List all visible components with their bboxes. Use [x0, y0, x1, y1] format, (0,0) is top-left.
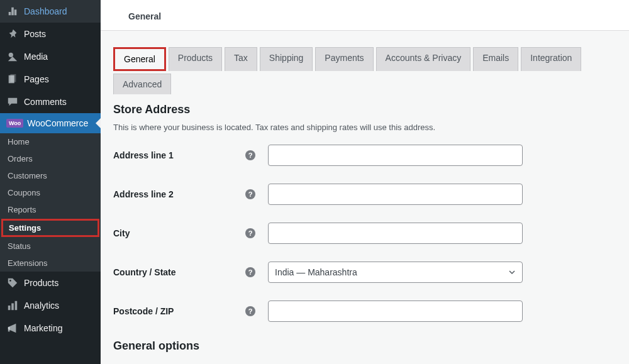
submenu-home[interactable]: Home	[0, 133, 101, 150]
top-tab-general[interactable]: General	[128, 11, 161, 21]
marketing-icon	[6, 322, 19, 334]
address-line-1-input[interactable]	[268, 145, 523, 166]
sidebar-item-marketing[interactable]: Marketing	[0, 317, 101, 339]
help-icon[interactable]: ?	[245, 306, 255, 316]
page-icon	[6, 73, 19, 85]
label-address-2: Address line 2	[113, 189, 245, 199]
row-country: Country / State ? India — Maharashtra	[113, 262, 616, 283]
tab-integration[interactable]: Integration	[521, 47, 581, 71]
address-line-2-input[interactable]	[268, 184, 523, 205]
sidebar-label: Media	[24, 52, 48, 62]
row-address-2: Address line 2 ?	[113, 184, 616, 205]
tab-products[interactable]: Products	[169, 47, 222, 71]
tab-accounts-privacy[interactable]: Accounts & Privacy	[376, 47, 471, 71]
sidebar-item-analytics[interactable]: Analytics	[0, 294, 101, 317]
label-address-1: Address line 1	[113, 150, 245, 160]
sidebar-label: Posts	[24, 29, 46, 39]
svg-rect-7	[8, 327, 10, 331]
svg-rect-4	[8, 306, 11, 310]
sidebar-label: WooCommerce	[27, 118, 88, 128]
svg-point-0	[9, 53, 13, 57]
store-address-desc: This is where your business is located. …	[113, 123, 616, 132]
tab-advanced[interactable]: Advanced	[113, 74, 171, 94]
general-options-heading: General options	[113, 339, 616, 353]
sidebar-item-dashboard[interactable]: Dashboard	[0, 0, 101, 23]
sidebar-item-comments[interactable]: Comments	[0, 91, 101, 113]
postcode-input[interactable]	[268, 301, 523, 322]
row-address-1: Address line 1 ?	[113, 145, 616, 166]
country-selected-value: India — Maharashtra	[275, 267, 357, 277]
sidebar-item-pages[interactable]: Pages	[0, 68, 101, 91]
tab-shipping[interactable]: Shipping	[260, 47, 313, 71]
city-input[interactable]	[268, 223, 523, 244]
svg-rect-5	[11, 303, 14, 310]
help-icon[interactable]: ?	[245, 189, 255, 199]
submenu-reports[interactable]: Reports	[0, 201, 101, 218]
help-icon[interactable]: ?	[245, 150, 255, 160]
sidebar-label: Marketing	[24, 323, 62, 333]
submenu-orders[interactable]: Orders	[0, 150, 101, 167]
products-icon	[6, 277, 19, 289]
tab-payments[interactable]: Payments	[315, 47, 373, 71]
label-country: Country / State	[113, 267, 245, 277]
sidebar-item-posts[interactable]: Posts	[0, 23, 101, 45]
row-city: City ?	[113, 223, 616, 244]
svg-rect-6	[15, 301, 18, 310]
submenu-customers[interactable]: Customers	[0, 167, 101, 184]
top-bar: General	[101, 0, 629, 31]
svg-rect-2	[10, 74, 16, 82]
sidebar-item-woocommerce[interactable]: Woo WooCommerce	[0, 113, 101, 133]
tab-tax[interactable]: Tax	[225, 47, 257, 71]
help-icon[interactable]: ?	[245, 267, 255, 277]
dashboard-icon	[6, 5, 19, 18]
submenu-extensions[interactable]: Extensions	[0, 255, 101, 272]
label-city: City	[113, 228, 245, 238]
admin-sidebar: Dashboard Posts Media Pages Comments Woo…	[0, 0, 101, 364]
sidebar-item-products[interactable]: Products	[0, 272, 101, 294]
comment-icon	[6, 96, 19, 108]
svg-point-3	[9, 280, 11, 282]
submenu-coupons[interactable]: Coupons	[0, 184, 101, 201]
label-postcode: Postcode / ZIP	[113, 306, 245, 316]
pin-icon	[6, 28, 19, 40]
submenu-settings[interactable]: Settings	[1, 219, 99, 237]
row-postcode: Postcode / ZIP ?	[113, 301, 616, 322]
store-address-heading: Store Address	[113, 103, 616, 116]
settings-tabs: General Products Tax Shipping Payments A…	[113, 47, 616, 94]
main-content: General General Products Tax Shipping Pa…	[101, 0, 629, 364]
sidebar-label: Products	[24, 278, 58, 288]
sidebar-item-media[interactable]: Media	[0, 45, 101, 68]
analytics-icon	[6, 299, 19, 312]
help-icon[interactable]: ?	[245, 228, 255, 238]
sidebar-label: Dashboard	[24, 6, 67, 16]
woocommerce-submenu: Home Orders Customers Coupons Reports Se…	[0, 133, 101, 272]
sidebar-label: Pages	[24, 74, 49, 84]
chevron-down-icon	[508, 268, 516, 276]
woo-icon: Woo	[6, 119, 23, 128]
tab-emails[interactable]: Emails	[473, 47, 518, 71]
settings-content: General Products Tax Shipping Payments A…	[101, 31, 629, 364]
sidebar-label: Comments	[24, 97, 67, 107]
submenu-status[interactable]: Status	[0, 238, 101, 255]
sidebar-label: Analytics	[24, 301, 59, 311]
country-state-select[interactable]: India — Maharashtra	[268, 262, 523, 283]
media-icon	[6, 50, 19, 63]
tab-general[interactable]: General	[113, 47, 166, 71]
